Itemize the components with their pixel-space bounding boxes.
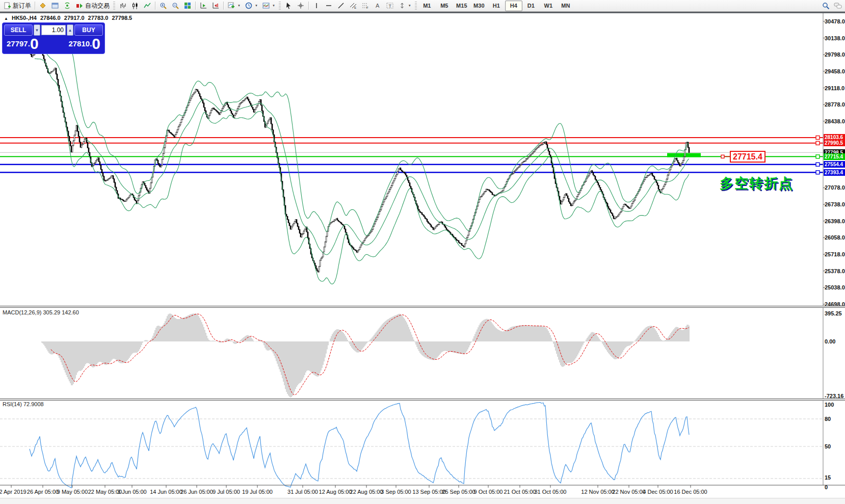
auto-scroll-button[interactable] [197,1,209,11]
timeframe-button-m5[interactable]: M5 [436,1,453,11]
time-axis-label: 16 Dec 05:00 [665,489,716,495]
axis-label: 28438.0 [825,118,845,124]
window-divider [0,12,845,13]
timeframe-button-h1[interactable]: H1 [488,1,505,11]
crosshair-tool-button[interactable] [295,1,307,11]
timeframe-button-m15[interactable]: M15 [453,1,470,11]
bar-chart-button[interactable] [117,1,129,11]
svg-text:E: E [354,6,356,9]
volume-decrease-button[interactable]: ▼ [34,24,40,36]
periods-icon [245,2,253,10]
crosshair-icon [297,2,305,10]
tile-windows-button[interactable] [181,1,194,11]
templates-button[interactable]: ▼ [260,1,277,11]
volume-input[interactable] [41,25,66,35]
axis-label: 27393.4 [824,169,845,176]
market-button[interactable] [37,1,49,11]
timeframe-button-mn[interactable]: MN [557,1,574,11]
trendline-icon [337,2,345,10]
equidistant-channel-tool-button[interactable]: E [347,1,359,11]
candlestick-chart-button[interactable] [129,1,141,11]
axis-label: 30138.0 [825,35,845,41]
search-icon [822,2,830,10]
auto-scroll-icon [199,2,207,10]
sell-button[interactable]: SELL [4,24,33,36]
axis-label: 28778.0 [825,101,845,108]
axis-label: 27554.4 [824,161,845,168]
toolbar-drag-handle[interactable] [415,2,417,10]
indicators-button[interactable]: ▼ [225,1,243,11]
auto-trading-button[interactable]: 自动交易 [73,1,112,11]
axis-label: 26398.0 [825,218,845,224]
one-click-trading-panel: SELL ▼ ▲ BUY 27797.0 27810.0 [2,22,105,54]
vertical-line-tool-button[interactable] [310,1,323,11]
buy-button[interactable]: BUY [74,24,103,36]
sell-price: 27797.0 [7,36,39,51]
zoom-out-button[interactable] [169,1,181,11]
volume-increase-button[interactable]: ▲ [67,24,73,36]
signals-button[interactable] [61,1,73,11]
zoom-in-button[interactable] [157,1,169,11]
chat-button[interactable] [832,1,844,11]
pane-splitter-macd[interactable] [0,306,845,308]
axis-label: 27078.0 [825,184,845,191]
chart-shift-icon [212,2,220,10]
arrows-tool-button[interactable]: ▼ [396,1,413,11]
data-window-icon [51,2,59,10]
toolbar-drag-handle[interactable] [279,2,281,10]
text-tool-button[interactable]: A [372,1,384,11]
cursor-tool-button[interactable] [282,1,295,11]
market-icon [39,2,47,10]
auto-trading-label: 自动交易 [85,2,110,10]
toolbar-drag-handle[interactable] [113,2,115,10]
axis-label: 100 [825,402,834,408]
collapse-chart-icon[interactable]: ▲ [4,16,8,21]
timeframe-button-m1[interactable]: M1 [418,1,436,11]
new-order-button[interactable]: 新订单 [1,1,33,11]
horizontal-line-tool-button[interactable] [323,1,335,11]
bar-chart-icon [119,2,127,10]
price-axis[interactable]: 30478.030138.029798.029458.029118.028778… [824,13,845,504]
data-window-button[interactable] [49,1,61,11]
text-icon: A [374,2,382,10]
periods-caret-icon[interactable]: ▼ [255,4,258,7]
candlestick-chart-icon [131,2,139,10]
timeframe-button-w1[interactable]: W1 [540,1,557,11]
text-label-tool-button[interactable]: T [384,1,396,11]
trendline-tool-button[interactable] [335,1,347,11]
chart-window[interactable]: ▲ HK50-,H4 27846.0 27917.0 27783.0 27798… [0,13,845,504]
time-axis-label: 19 Jul 05:00 [232,489,283,495]
price-callout-box[interactable]: 27715.4 [730,151,765,163]
axis-label: 27990.5 [824,140,845,146]
templates-caret-icon[interactable]: ▼ [272,4,275,7]
time-axis[interactable]: 12 Apr 201926 Apr 05:009 May 05:0022 May… [0,13,845,504]
axis-label: 30478.0 [825,18,845,24]
chart-shift-button[interactable] [209,1,222,11]
axis-label: 25038.0 [825,284,845,290]
vertical-line-icon [312,2,321,10]
timeframe-button-d1[interactable]: D1 [522,1,540,11]
chart-symbol-header: ▲ HK50-,H4 27846.0 27917.0 27783.0 27798… [4,15,134,21]
templates-icon [262,2,270,10]
periods-button[interactable]: ▼ [243,1,260,11]
axis-label: 26058.0 [825,234,845,241]
zoom-in-icon [159,2,167,10]
fibonacci-tool-button[interactable]: F [359,1,372,11]
toolbar-separator [223,2,224,10]
timeframe-button-m30[interactable]: M30 [470,1,488,11]
symbol-period-label: HK50-,H4 [12,15,37,21]
chat-icon [834,2,842,10]
search-button[interactable] [820,1,832,11]
indicators-caret-icon[interactable]: ▼ [237,4,241,7]
timeframe-button-h4[interactable]: H4 [505,1,522,11]
axis-label: 25718.0 [825,251,845,257]
rsi-indicator-label: RSI(14) 72.9008 [3,401,44,407]
line-chart-button[interactable] [141,1,153,11]
text-label-icon: T [386,2,394,10]
arrows-caret-icon[interactable]: ▼ [408,4,411,7]
zoom-out-icon [171,2,179,10]
trading-terminal-window: 新订单 自动交易 [0,0,845,504]
annotation-text[interactable]: 多空转折点 [720,174,794,193]
toolbar-separator [308,2,309,10]
pane-splitter-rsi[interactable] [0,399,845,401]
